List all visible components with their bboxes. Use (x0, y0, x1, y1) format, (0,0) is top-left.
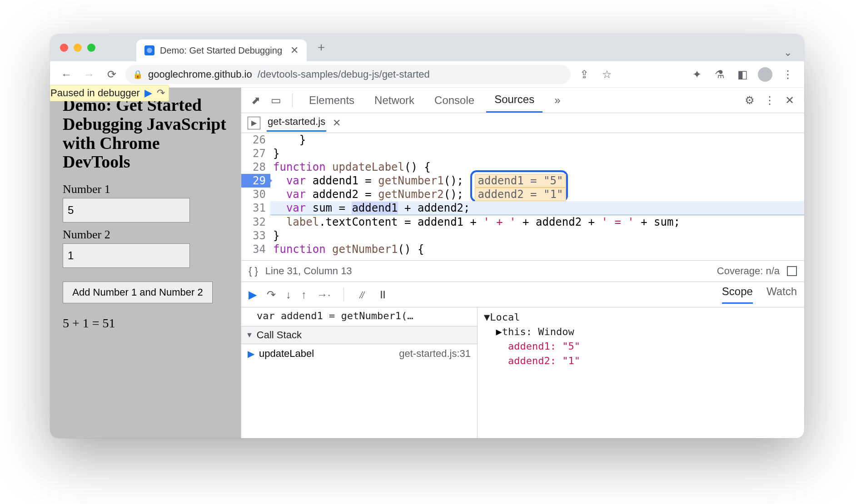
forward-button[interactable]: → (80, 65, 98, 84)
url-host: googlechrome.github.io (148, 69, 252, 80)
code-line[interactable]: } (270, 147, 804, 160)
scope-variable-row[interactable]: addend2: "1" (484, 354, 798, 368)
avatar-icon (758, 67, 772, 82)
inline-value-pill: addend1 = "5" (475, 174, 567, 188)
scope-this-row[interactable]: ▶this: Window (484, 325, 798, 339)
coverage-label: Coverage: n/a (717, 265, 780, 277)
code-line[interactable]: function getNumber1() { (270, 242, 804, 256)
callstack-header[interactable]: ▼Call Stack (241, 326, 477, 344)
back-button[interactable]: ← (57, 65, 75, 84)
step-out-button[interactable]: ↑ (301, 288, 307, 301)
current-frame-icon: ▶ (248, 348, 254, 359)
scope-pane: ▼Local ▶this: Window addend1: "5" addend… (478, 307, 804, 438)
browser-toolbar: ← → ⟳ 🔒 googlechrome.github.io/devtools-… (50, 61, 804, 88)
extensions-button[interactable]: ✦ (688, 65, 706, 84)
browser-tab[interactable]: Demo: Get Started Debugging ✕ (136, 40, 307, 61)
sidebar-tab-watch[interactable]: Watch (766, 285, 797, 304)
file-tab[interactable]: get-started.js (267, 114, 326, 132)
resume-button[interactable]: ▶ (249, 288, 257, 301)
favicon-icon (144, 45, 154, 55)
code-line[interactable]: var sum = addend1 + addend2; (270, 201, 804, 215)
paused-location-snippet: var addend1 = getNumber1(… (241, 307, 477, 326)
code-line[interactable]: var addend2 = getNumber2(); addend2 = "1… (270, 188, 804, 201)
number1-input[interactable] (63, 198, 190, 222)
code-editor[interactable]: 26 }27}28function updateLabel() {29 var … (241, 133, 804, 260)
url-path: /devtools-samples/debug-js/get-started (258, 69, 430, 80)
debugger-toolbar: ▶ ↷ ↓ ↑ →· ⫽ ⏸ ScopeWatch (241, 282, 804, 307)
menu-button[interactable]: ⋮ (779, 65, 797, 84)
devtools-tab-elements[interactable]: Elements (301, 88, 363, 113)
overlay-resume-button[interactable]: ▶ (144, 87, 152, 99)
code-line[interactable]: } (270, 229, 804, 242)
maximize-window-button[interactable] (87, 44, 95, 52)
result-text: 5 + 1 = 51 (63, 316, 228, 331)
settings-button[interactable]: ⚙ (742, 94, 758, 107)
code-line[interactable]: var addend1 = getNumber1(); addend1 = "5… (270, 174, 804, 188)
page-heading: Demo: Get Started Debugging JavaScript w… (63, 96, 228, 172)
tab-overflow-button[interactable]: ⌄ (779, 47, 797, 59)
paused-label: Paused in debugger (50, 87, 140, 99)
side-panel-button[interactable]: ◧ (733, 65, 751, 84)
sidebar-tab-scope[interactable]: Scope (722, 285, 753, 304)
show-navigator-button[interactable]: ▶ (248, 117, 260, 129)
editor-status-bar: { } Line 31, Column 13 Coverage: n/a (241, 260, 804, 282)
inspect-element-button[interactable]: ⬈ (248, 94, 264, 107)
more-tabs-button[interactable]: » (546, 88, 568, 113)
gutter-line[interactable]: 27 (241, 147, 270, 160)
device-toolbar-button[interactable]: ▭ (268, 94, 284, 107)
new-tab-button[interactable]: ＋ (312, 38, 330, 56)
devtools-tab-sources[interactable]: Sources (486, 88, 542, 113)
overlay-step-over-button[interactable]: ↷ (157, 87, 165, 99)
browser-window: Demo: Get Started Debugging ✕ ＋ ⌄ ← → ⟳ … (50, 34, 804, 438)
devtools-panel: ⬈ ▭ ElementsNetworkConsoleSources » ⚙ ⋮ … (241, 88, 804, 438)
callstack-frame[interactable]: ▶updateLabelget-started.js:31 (241, 344, 477, 363)
close-file-button[interactable]: ✕ (333, 117, 341, 129)
code-line[interactable]: label.textContent = addend1 + ' + ' + ad… (270, 215, 804, 229)
devtools-menu-button[interactable]: ⋮ (761, 94, 778, 107)
gutter-line[interactable]: 33 (241, 229, 270, 242)
paused-in-debugger-overlay: Paused in debugger ▶ ↷ (50, 85, 169, 101)
devtools-tab-console[interactable]: Console (426, 88, 483, 113)
window-controls (60, 34, 95, 61)
tab-strip: Demo: Get Started Debugging ✕ ＋ ⌄ (50, 34, 804, 61)
pretty-print-button[interactable]: { } (249, 265, 258, 277)
step-over-button[interactable]: ↷ (267, 288, 276, 301)
profile-button[interactable] (756, 65, 774, 84)
gutter-line[interactable]: 28 (241, 160, 270, 174)
code-line[interactable]: } (270, 133, 804, 147)
add-button[interactable]: Add Number 1 and Number 2 (63, 282, 213, 303)
reload-button[interactable]: ⟳ (103, 65, 121, 84)
bookmark-button[interactable]: ☆ (598, 65, 616, 84)
gutter-line[interactable]: 26 (241, 133, 270, 147)
scope-variable-row[interactable]: addend1: "5" (484, 339, 798, 354)
gutter-line[interactable]: 30 (241, 188, 270, 201)
step-button[interactable]: →· (317, 288, 331, 301)
callstack-pane: var addend1 = getNumber1(… ▼Call Stack ▶… (241, 307, 478, 438)
gutter-line[interactable]: 34 (241, 242, 270, 256)
pause-on-exceptions-button[interactable]: ⏸ (378, 288, 388, 301)
code-line[interactable]: function updateLabel() { (270, 160, 804, 174)
gutter-line[interactable]: 32 (241, 215, 270, 229)
number1-label: Number 1 (63, 183, 228, 196)
devtools-tabbar: ⬈ ▭ ElementsNetworkConsoleSources » ⚙ ⋮ … (241, 88, 804, 113)
address-bar[interactable]: 🔒 googlechrome.github.io/devtools-sample… (125, 65, 571, 84)
gutter-line[interactable]: 31 (241, 201, 270, 215)
share-button[interactable]: ⇪ (575, 65, 593, 84)
inline-value-pill: addend2 = "1" (475, 188, 567, 201)
close-tab-button[interactable]: ✕ (290, 44, 299, 56)
deactivate-breakpoints-button[interactable]: ⫽ (357, 288, 368, 301)
coverage-toggle-button[interactable] (787, 266, 797, 276)
minimize-window-button[interactable] (74, 44, 82, 52)
labs-button[interactable]: ⚗ (711, 65, 729, 84)
scope-local-header[interactable]: ▼Local (484, 310, 798, 325)
lock-icon: 🔒 (133, 69, 143, 79)
devtools-tab-network[interactable]: Network (366, 88, 423, 113)
cursor-position: Line 31, Column 13 (265, 265, 352, 277)
step-into-button[interactable]: ↓ (286, 288, 291, 301)
close-devtools-button[interactable]: ✕ (781, 94, 798, 107)
close-window-button[interactable] (60, 44, 68, 52)
tab-title: Demo: Get Started Debugging (160, 45, 282, 56)
svg-point-0 (147, 48, 152, 53)
number2-input[interactable] (63, 243, 190, 268)
page-viewport: Paused in debugger ▶ ↷ Demo: Get Started… (50, 88, 241, 438)
